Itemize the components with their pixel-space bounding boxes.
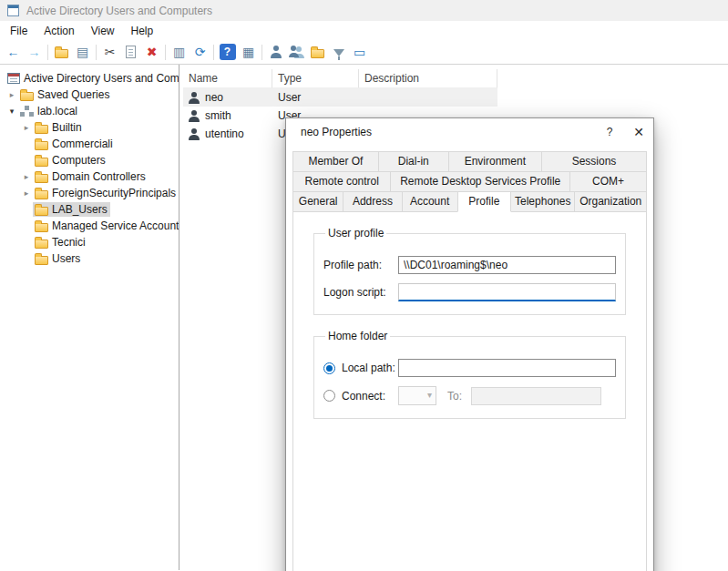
tab-sessions[interactable]: Sessions xyxy=(541,151,647,172)
folder-icon xyxy=(35,158,48,167)
new-user-icon[interactable] xyxy=(265,42,286,62)
chevron-collapsed-icon[interactable]: ▸ xyxy=(5,90,18,99)
drive-letter-select[interactable] xyxy=(398,386,436,405)
logon-script-label: Logon script: xyxy=(323,286,398,299)
menu-action[interactable]: Action xyxy=(36,23,82,39)
column-header-type[interactable]: Type xyxy=(272,69,359,88)
user-icon xyxy=(189,128,200,140)
tree-item-root[interactable]: Active Directory Users and Computers xyxy=(0,70,179,87)
tab-row-2: Remote control Remote Desktop Services P… xyxy=(292,171,647,192)
connect-label: Connect: xyxy=(342,390,398,403)
menu-file[interactable]: File xyxy=(2,23,36,39)
people-shape xyxy=(289,46,305,58)
folder-icon xyxy=(35,141,48,150)
tab-member-of[interactable]: Member Of xyxy=(292,151,379,172)
cut-icon[interactable]: ✂ xyxy=(99,42,120,62)
tab-row-3: General Address Account Profile Telephon… xyxy=(292,191,647,212)
toolbar-separator xyxy=(47,45,48,60)
tab-account[interactable]: Account xyxy=(402,191,458,212)
forward-icon[interactable]: → xyxy=(24,42,45,62)
tab-general[interactable]: General xyxy=(292,191,343,212)
new-group-icon[interactable] xyxy=(286,42,307,62)
menu-view[interactable]: View xyxy=(83,23,123,39)
folder-icon xyxy=(35,125,48,134)
profile-tab-page: User profile Profile path: Logon script:… xyxy=(292,211,647,571)
tab-row-1: Member Of Dial-in Environment Sessions xyxy=(292,151,647,172)
local-path-radio[interactable] xyxy=(323,362,335,374)
filter-icon[interactable] xyxy=(328,42,349,62)
delete-icon[interactable]: ✖ xyxy=(141,42,162,62)
logon-script-input[interactable] xyxy=(398,283,616,301)
folder-icon xyxy=(35,174,48,183)
chevron-expanded-icon[interactable]: ▾ xyxy=(5,107,18,116)
tree-item-domain-controllers[interactable]: ▸ Domain Controllers xyxy=(0,168,179,185)
properties-icon[interactable]: ▦ xyxy=(238,42,259,62)
aduc-window: Active Directory Users and Computers Fil… xyxy=(0,0,728,571)
home-folder-legend: Home folder xyxy=(325,330,390,342)
chevron-collapsed-icon[interactable]: ▸ xyxy=(20,189,33,198)
paste-icon[interactable] xyxy=(120,42,141,62)
home-folder-group: Home folder Local path: Connect: To: xyxy=(313,330,626,419)
chevron-collapsed-icon[interactable]: ▸ xyxy=(20,123,33,132)
dialog-close-button[interactable]: ✕ xyxy=(624,118,653,146)
help-badge: ? xyxy=(220,44,236,60)
column-header-description[interactable]: Description xyxy=(359,69,497,88)
person-shape xyxy=(270,46,282,58)
new-ou-icon[interactable] xyxy=(307,42,328,62)
local-path-input[interactable] xyxy=(398,359,616,377)
tree-item-computers[interactable]: Computers xyxy=(0,152,179,168)
tree-item-commerciali[interactable]: Commerciali xyxy=(0,136,179,152)
local-path-row: Local path: xyxy=(323,359,616,377)
profile-path-input[interactable] xyxy=(398,256,616,274)
tree-item-foreign-security-principals[interactable]: ▸ ForeignSecurityPrincipals xyxy=(0,185,179,201)
list-row-neo[interactable]: neo User xyxy=(183,88,497,107)
titlebar: Active Directory Users and Computers xyxy=(0,0,728,21)
tab-environment[interactable]: Environment xyxy=(448,151,542,172)
folder-icon xyxy=(20,92,34,101)
tree-item-managed-service-accounts[interactable]: Managed Service Accounts xyxy=(0,218,179,234)
up-one-level-icon[interactable] xyxy=(51,42,72,62)
tab-organization[interactable]: Organization xyxy=(574,191,647,212)
user-profile-legend: User profile xyxy=(325,227,386,240)
tree-item-builtin[interactable]: ▸ Builtin xyxy=(0,119,179,136)
tree-item-lab-local[interactable]: ▾ lab.local xyxy=(0,103,179,119)
tree-item-lab-users[interactable]: LAB_Users xyxy=(0,201,179,218)
refresh-icon[interactable]: ⟳ xyxy=(190,42,210,62)
folder-icon xyxy=(35,256,48,265)
connect-row: Connect: To: xyxy=(323,386,616,405)
tab-profile[interactable]: Profile xyxy=(457,191,511,212)
console-icon xyxy=(7,73,20,84)
to-label: To: xyxy=(447,390,471,403)
row-type: User xyxy=(272,91,359,104)
tree-item-users[interactable]: Users xyxy=(0,250,179,267)
folder-icon xyxy=(35,240,48,249)
column-header-name[interactable]: Name xyxy=(183,69,272,88)
show-console-tree-icon[interactable]: ▤ xyxy=(72,42,93,62)
menubar: File Action View Help xyxy=(0,21,728,40)
help-icon[interactable]: ? xyxy=(217,42,238,62)
tab-remote-control[interactable]: Remote control xyxy=(292,171,391,192)
tree-item-tecnici[interactable]: Tecnici xyxy=(0,234,179,250)
tab-remote-desktop-services-profile[interactable]: Remote Desktop Services Profile xyxy=(390,171,570,192)
local-path-label: Local path: xyxy=(342,362,398,374)
connect-to-input[interactable] xyxy=(471,387,601,405)
window-title: Active Directory Users and Computers xyxy=(26,5,212,17)
tab-dial-in[interactable]: Dial-in xyxy=(378,151,449,172)
menu-help[interactable]: Help xyxy=(123,23,162,39)
chevron-collapsed-icon[interactable]: ▸ xyxy=(20,172,33,181)
dialog-help-button[interactable]: ? xyxy=(595,118,624,146)
back-icon[interactable]: ← xyxy=(3,42,24,62)
row-name: utentino xyxy=(205,127,244,140)
tab-com-plus[interactable]: COM+ xyxy=(569,171,647,192)
choose-domain-icon[interactable]: ▭ xyxy=(349,42,370,62)
row-name: smith xyxy=(205,109,231,122)
tree-item-saved-queries[interactable]: ▸ Saved Queries xyxy=(0,87,179,103)
tab-address[interactable]: Address xyxy=(343,191,402,212)
connect-radio[interactable] xyxy=(323,390,335,402)
user-profile-group: User profile Profile path: Logon script: xyxy=(313,227,626,315)
app-icon[interactable] xyxy=(7,5,19,16)
row-name: neo xyxy=(205,91,223,104)
profile-path-label: Profile path: xyxy=(323,259,398,271)
export-list-icon[interactable]: ▥ xyxy=(169,42,190,62)
tab-telephones[interactable]: Telephones xyxy=(510,191,575,212)
